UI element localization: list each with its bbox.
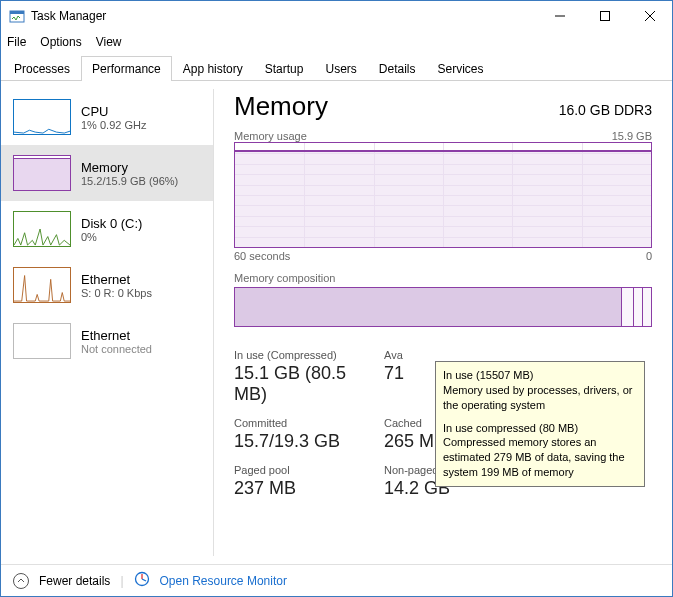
- tooltip-line: Compressed memory stores an estimated 27…: [443, 435, 637, 480]
- tab-details[interactable]: Details: [368, 56, 427, 81]
- svg-line-8: [142, 579, 146, 581]
- menu-bar: File Options View: [1, 31, 672, 53]
- memory-thumbnail: [13, 155, 71, 191]
- menu-options[interactable]: Options: [40, 35, 81, 49]
- memory-composition-chart[interactable]: [234, 287, 652, 327]
- ethernet-thumbnail: [13, 267, 71, 303]
- tooltip-line: Memory used by processes, drivers, or th…: [443, 383, 637, 413]
- sidebar-item-label: Disk 0 (C:): [81, 216, 142, 231]
- main-panel: Memory 16.0 GB DDR3 Memory usage 15.9 GB…: [214, 81, 672, 564]
- menu-file[interactable]: File: [7, 35, 26, 49]
- app-icon: [9, 8, 25, 24]
- open-resource-monitor-link[interactable]: Open Resource Monitor: [160, 574, 287, 588]
- page-title: Memory: [234, 91, 328, 122]
- sidebar-item-ethernet[interactable]: Ethernet S: 0 R: 0 Kbps: [1, 257, 213, 313]
- sidebar-item-ethernet-2[interactable]: Ethernet Not connected: [1, 313, 213, 369]
- sidebar-item-sub: 1% 0.92 GHz: [81, 119, 146, 131]
- footer: Fewer details | Open Resource Monitor: [1, 564, 672, 596]
- cpu-thumbnail: [13, 99, 71, 135]
- fewer-details-button[interactable]: Fewer details: [39, 574, 110, 588]
- sidebar-item-sub: Not connected: [81, 343, 152, 355]
- memory-tooltip: In use (15507 MB) Memory used by process…: [435, 361, 645, 487]
- chevron-up-icon[interactable]: [13, 573, 29, 589]
- sidebar-item-label: Memory: [81, 160, 178, 175]
- axis-left: 60 seconds: [234, 250, 290, 262]
- tab-users[interactable]: Users: [314, 56, 367, 81]
- minimize-button[interactable]: [537, 1, 582, 31]
- usage-label-right: 15.9 GB: [612, 130, 652, 142]
- stat-label-available: Ava: [384, 349, 524, 361]
- tab-performance[interactable]: Performance: [81, 56, 172, 81]
- stat-label-inuse: In use (Compressed): [234, 349, 384, 361]
- tab-services[interactable]: Services: [427, 56, 495, 81]
- stat-value-paged: 237 MB: [234, 478, 384, 499]
- stat-value-inuse: 15.1 GB (80.5 MB): [234, 363, 384, 405]
- resource-monitor-icon[interactable]: [134, 571, 150, 590]
- sidebar-item-label: Ethernet: [81, 328, 152, 343]
- memory-usage-chart[interactable]: [234, 142, 652, 248]
- title-bar: Task Manager: [1, 1, 672, 31]
- sidebar-item-label: CPU: [81, 104, 146, 119]
- sidebar-item-sub: 0%: [81, 231, 142, 243]
- sidebar-item-label: Ethernet: [81, 272, 152, 287]
- tab-app-history[interactable]: App history: [172, 56, 254, 81]
- content-area: CPU 1% 0.92 GHz Memory 15.2/15.9 GB (96%…: [1, 81, 672, 564]
- svg-rect-1: [10, 11, 24, 14]
- tab-startup[interactable]: Startup: [254, 56, 315, 81]
- svg-rect-3: [600, 12, 609, 21]
- composition-label: Memory composition: [234, 272, 652, 284]
- menu-view[interactable]: View: [96, 35, 122, 49]
- separator: |: [120, 574, 123, 588]
- stat-label-paged: Paged pool: [234, 464, 384, 476]
- usage-label-left: Memory usage: [234, 130, 307, 142]
- sidebar: CPU 1% 0.92 GHz Memory 15.2/15.9 GB (96%…: [1, 81, 213, 564]
- sidebar-item-cpu[interactable]: CPU 1% 0.92 GHz: [1, 89, 213, 145]
- stat-label-committed: Committed: [234, 417, 384, 429]
- sidebar-item-sub: 15.2/15.9 GB (96%): [81, 175, 178, 187]
- tooltip-line: In use (15507 MB): [443, 368, 637, 383]
- disk-thumbnail: [13, 211, 71, 247]
- stat-value-committed: 15.7/19.3 GB: [234, 431, 384, 452]
- tab-processes[interactable]: Processes: [3, 56, 81, 81]
- window-title: Task Manager: [31, 9, 537, 23]
- tab-strip: Processes Performance App history Startu…: [1, 55, 672, 81]
- sidebar-item-disk[interactable]: Disk 0 (C:) 0%: [1, 201, 213, 257]
- close-button[interactable]: [627, 1, 672, 31]
- sidebar-item-memory[interactable]: Memory 15.2/15.9 GB (96%): [1, 145, 213, 201]
- maximize-button[interactable]: [582, 1, 627, 31]
- ethernet2-thumbnail: [13, 323, 71, 359]
- tooltip-line: In use compressed (80 MB): [443, 421, 637, 436]
- sidebar-item-sub: S: 0 R: 0 Kbps: [81, 287, 152, 299]
- capacity-label: 16.0 GB DDR3: [559, 102, 652, 118]
- axis-right: 0: [646, 250, 652, 262]
